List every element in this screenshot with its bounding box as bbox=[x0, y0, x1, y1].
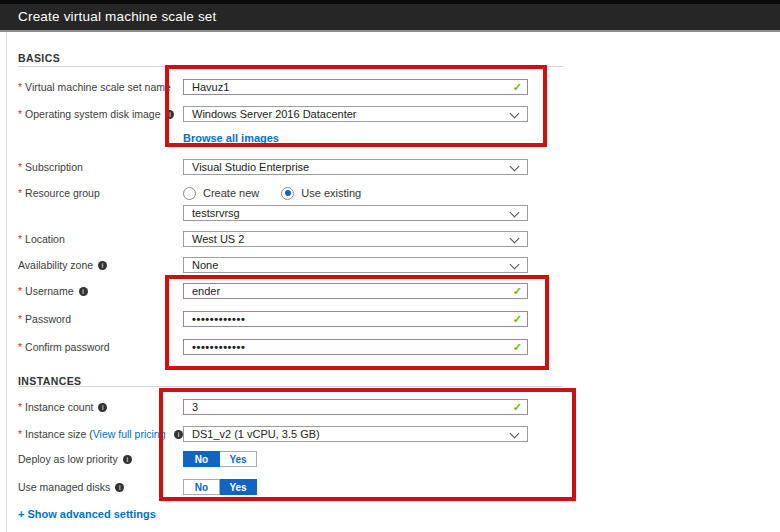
username-label: * Username i bbox=[18, 285, 183, 297]
instances-section-rule bbox=[18, 386, 563, 387]
show-advanced-settings-link[interactable]: + Show advanced settings bbox=[18, 508, 156, 520]
required-marker: * bbox=[18, 81, 22, 93]
basics-section-header: BASICS bbox=[18, 50, 60, 66]
required-marker: * bbox=[18, 401, 22, 413]
required-marker: * bbox=[18, 341, 22, 353]
header-divider bbox=[0, 30, 780, 32]
location-label: * Location bbox=[18, 233, 183, 245]
create-vmss-blade: Create virtual machine scale set BASICS … bbox=[0, 0, 780, 532]
location-select[interactable]: West US 2 bbox=[183, 231, 528, 247]
annotation-box-credentials bbox=[165, 275, 549, 370]
required-marker: * bbox=[18, 313, 22, 325]
required-marker: * bbox=[18, 187, 22, 199]
required-marker: * bbox=[18, 428, 22, 440]
os-image-label: * Operating system disk image i bbox=[18, 108, 183, 120]
resource-group-use-existing-option[interactable]: Use existing bbox=[281, 187, 361, 200]
annotation-box-instances bbox=[159, 388, 576, 501]
info-icon[interactable]: i bbox=[123, 455, 132, 464]
info-icon[interactable]: i bbox=[79, 287, 88, 296]
location-row: * Location West US 2 bbox=[18, 231, 528, 247]
advanced-settings-row: + Show advanced settings bbox=[18, 506, 156, 522]
view-pricing-details-link[interactable]: View full pricing details bbox=[93, 428, 169, 440]
blade-titlebar: Create virtual machine scale set bbox=[0, 4, 780, 30]
info-icon[interactable]: i bbox=[115, 483, 124, 492]
password-label: * Password bbox=[18, 313, 183, 325]
subscription-select[interactable]: Visual Studio Enterprise bbox=[183, 159, 528, 175]
subscription-row: * Subscription Visual Studio Enterprise bbox=[18, 159, 528, 175]
required-marker: * bbox=[18, 161, 22, 173]
subscription-label: * Subscription bbox=[18, 161, 183, 173]
resource-group-label: * Resource group bbox=[18, 187, 183, 199]
required-marker: * bbox=[18, 108, 22, 120]
availability-zone-label: Availability zone i bbox=[18, 259, 183, 271]
availability-zone-select[interactable]: None bbox=[183, 257, 528, 273]
page-title: Create virtual machine scale set bbox=[18, 9, 217, 24]
basics-section-title: BASICS bbox=[18, 52, 60, 64]
info-icon[interactable]: i bbox=[98, 403, 107, 412]
annotation-box-name-osimage bbox=[165, 65, 547, 147]
required-marker: * bbox=[18, 285, 22, 297]
blade-left-edge bbox=[6, 32, 7, 532]
resource-group-select[interactable]: testsrvrsg bbox=[183, 205, 528, 221]
vmss-name-label: * Virtual machine scale set name bbox=[18, 81, 183, 93]
radio-selected-icon[interactable] bbox=[281, 187, 294, 200]
info-icon[interactable]: i bbox=[98, 261, 107, 270]
resource-group-row: * Resource group Create new Use existing bbox=[18, 185, 528, 201]
required-marker: * bbox=[18, 233, 22, 245]
radio-icon[interactable] bbox=[183, 187, 196, 200]
resource-group-select-row: testsrvrsg bbox=[183, 205, 528, 221]
availability-zone-row: Availability zone i None bbox=[18, 257, 528, 273]
confirm-password-label: * Confirm password bbox=[18, 341, 183, 353]
resource-group-create-new-option[interactable]: Create new bbox=[183, 187, 259, 200]
